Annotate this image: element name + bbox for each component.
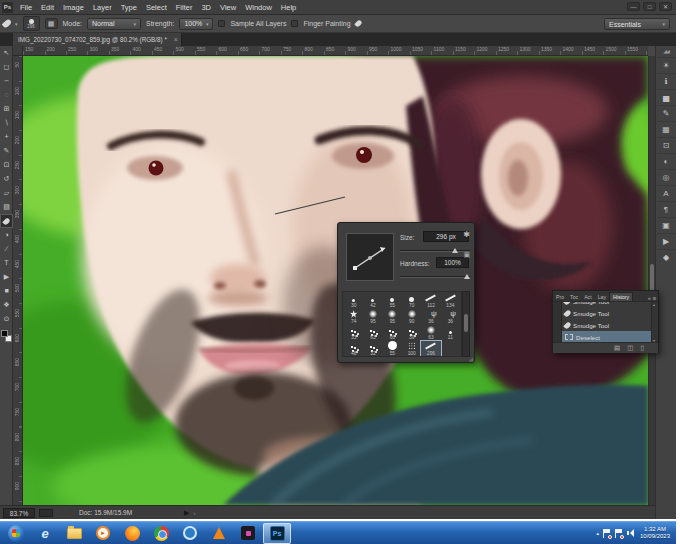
taskbar-media-player[interactable]: ▸	[89, 523, 117, 544]
tool-hand[interactable]: ❖	[0, 298, 13, 312]
history-entry[interactable]: Deselect	[553, 331, 658, 342]
taskbar-file-explorer[interactable]	[60, 523, 88, 544]
tool-zoom[interactable]: ⊙	[0, 312, 13, 326]
history-source-well[interactable]	[553, 319, 562, 331]
tool-type[interactable]: T	[0, 256, 13, 270]
brush-preset-11[interactable]: 11	[441, 325, 460, 341]
hardness-slider[interactable]	[400, 276, 470, 278]
brush-preset-30[interactable]: 30	[344, 293, 363, 309]
finger-painting-checkbox[interactable]	[291, 20, 298, 27]
close-tab-icon[interactable]: ×	[174, 35, 178, 44]
toggle-brush-panel-button[interactable]: ▦	[45, 18, 58, 29]
tool-rectangular-marquee[interactable]: ◻	[0, 60, 13, 74]
brush-preset-74[interactable]: 74	[344, 309, 363, 325]
clock[interactable]: 1:32 AM 10/09/2023	[640, 526, 672, 541]
airbrush-icon[interactable]	[354, 19, 362, 27]
scroll-up-icon[interactable]: ▴	[653, 302, 655, 307]
workspace-switcher[interactable]: Essentials ▾	[604, 18, 670, 30]
menu-image[interactable]: Image	[63, 3, 84, 12]
document-canvas[interactable]	[23, 56, 648, 505]
history-source-well[interactable]	[553, 331, 562, 342]
tool-clone-stamp[interactable]: ⊡	[0, 158, 13, 172]
brush-preset-112[interactable]: 112	[421, 293, 440, 309]
horizontal-ruler[interactable]: 1502002503003504004505005506006507007508…	[23, 46, 648, 56]
brush-preset-63[interactable]: 63	[421, 325, 440, 341]
tab-lay[interactable]: Lay	[595, 293, 609, 301]
tool-path-selection[interactable]: ▶	[0, 270, 13, 284]
menu-3d[interactable]: 3D	[201, 3, 211, 12]
brush-preset-39[interactable]: 39	[402, 325, 421, 341]
taskbar-chrome[interactable]	[147, 523, 175, 544]
canvas-vertical-scrollbar[interactable]	[648, 56, 655, 505]
panel-brush-presets-icon[interactable]: ▦	[657, 121, 676, 137]
new-brush-preset-icon[interactable]: ▣	[463, 251, 470, 259]
mode-dropdown[interactable]: Normal ▾	[87, 18, 141, 30]
slider-thumb[interactable]	[464, 274, 470, 279]
taskbar-vlc[interactable]	[205, 523, 233, 544]
panel-character-icon[interactable]: A	[657, 185, 676, 201]
brush-preset-296[interactable]: 296	[421, 341, 440, 357]
size-input[interactable]: 296 px	[423, 231, 469, 242]
sample-all-layers-checkbox[interactable]	[218, 20, 225, 27]
taskbar-internet-explorer[interactable]: e	[31, 523, 59, 544]
brush-stroke-preview[interactable]	[346, 233, 394, 281]
tool-crop[interactable]: ⊞	[0, 102, 13, 116]
brush-preset-55[interactable]: 55	[383, 341, 402, 357]
brush-preset-66[interactable]: 66	[383, 325, 402, 341]
menu-view[interactable]: View	[220, 3, 236, 12]
brush-preset-95[interactable]: 95	[383, 309, 402, 325]
tab-history[interactable]: History	[609, 292, 633, 301]
vertical-ruler[interactable]: 5010015020025030035040045050055060065070…	[13, 56, 23, 505]
strength-dropdown[interactable]: 100% ▾	[179, 18, 213, 30]
action-center-flag-icon[interactable]	[603, 529, 611, 538]
panel-histogram-icon[interactable]: ▅	[657, 89, 676, 105]
tool-brush[interactable]: ✎	[0, 144, 13, 158]
taskbar-firefox[interactable]	[118, 523, 146, 544]
foreground-color-swatch[interactable]	[1, 330, 8, 337]
volume-icon[interactable]	[627, 529, 636, 538]
brush-preset-95[interactable]: 95	[363, 309, 382, 325]
tool-preset-arrow-icon[interactable]: ▾	[15, 21, 18, 27]
tool-eraser[interactable]: ▱	[0, 186, 13, 200]
menu-select[interactable]: Select	[146, 3, 167, 12]
taskbar-photoshop[interactable]: Ps	[263, 523, 291, 544]
panel-actions-icon[interactable]: ▶	[657, 233, 676, 249]
tool-gradient[interactable]: ▨	[0, 200, 13, 214]
panel-styles-icon[interactable]: ▣	[657, 217, 676, 233]
show-hidden-icons-button[interactable]: ▴	[596, 530, 599, 536]
window-close-button[interactable]: ✕	[659, 2, 672, 11]
tool-spot-healing-brush[interactable]: +	[0, 130, 13, 144]
menu-filter[interactable]: Filter	[176, 3, 193, 12]
panel-navigator-icon[interactable]: ◆	[657, 249, 676, 265]
network-status-icon[interactable]	[615, 529, 623, 538]
brush-preset-36[interactable]: 36	[421, 309, 440, 325]
taskbar-app-blue[interactable]	[176, 523, 204, 544]
new-snapshot-icon[interactable]: ◫	[627, 344, 633, 352]
color-swatches[interactable]	[0, 329, 13, 347]
tool-pen[interactable]: ∕	[0, 242, 13, 256]
brush-preset-32[interactable]: 32	[363, 341, 382, 357]
tab-pro[interactable]: Pro	[553, 293, 567, 301]
collapse-panels-icon[interactable]: ◢◢	[663, 48, 669, 54]
scrollbar-thumb[interactable]	[464, 314, 468, 332]
menu-file[interactable]: File	[20, 3, 32, 12]
panel-brush-icon[interactable]: ✎	[657, 105, 676, 121]
brush-preset-134[interactable]: 134	[441, 293, 460, 309]
history-source-well[interactable]	[553, 307, 562, 319]
window-minimize-button[interactable]: —	[627, 2, 640, 11]
taskbar-start[interactable]	[2, 523, 30, 544]
tool-dodge[interactable]: ◑	[0, 228, 13, 242]
menu-window[interactable]: Window	[245, 3, 272, 12]
brush-preset-70[interactable]: 70	[402, 293, 421, 309]
window-maximize-button[interactable]: □	[643, 2, 656, 11]
brush-preset-63[interactable]: 63	[363, 325, 382, 341]
panel-info-icon[interactable]: ℹ	[657, 73, 676, 89]
menu-edit[interactable]: Edit	[41, 3, 54, 12]
history-entry[interactable]: Smudge Tool	[553, 319, 658, 331]
brush-preset-100[interactable]: 100	[402, 341, 421, 357]
slider-thumb[interactable]	[452, 248, 458, 253]
panel-masks-icon[interactable]: ◎	[657, 169, 676, 185]
menu-help[interactable]: Help	[281, 3, 296, 12]
brush-preset-42[interactable]: 42	[363, 293, 382, 309]
tab-act[interactable]: Act	[581, 293, 595, 301]
